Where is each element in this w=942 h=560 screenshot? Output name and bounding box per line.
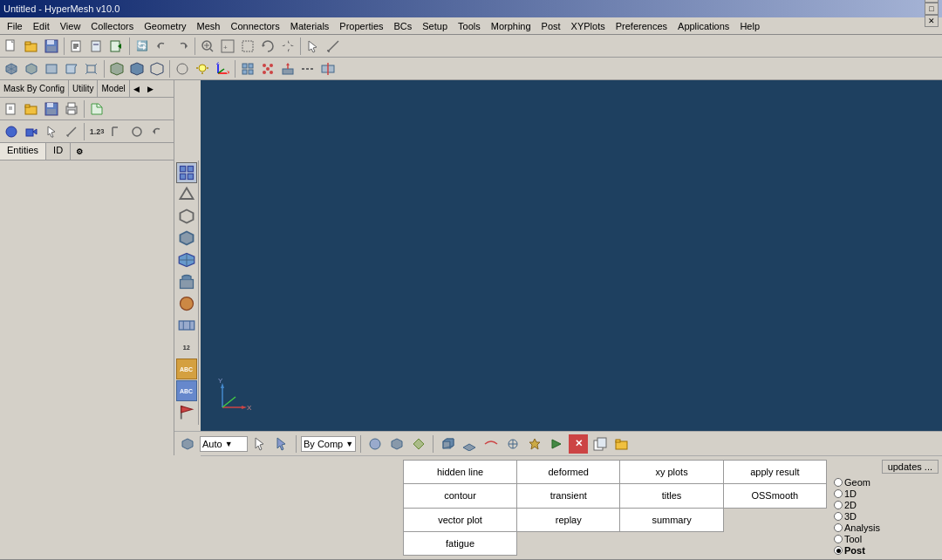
radio-row-analysis[interactable]: Analysis	[834, 522, 939, 533]
updates-button[interactable]: updates ...	[882, 460, 939, 474]
undo-button[interactable]	[153, 37, 172, 56]
menu-item-materials[interactable]: Materials	[285, 19, 335, 33]
post-btn-replay[interactable]: replay	[517, 508, 620, 531]
menu-item-morphing[interactable]: Morphing	[486, 19, 536, 33]
panel-arrow-right[interactable]: ▶	[144, 80, 158, 98]
post-btn-deformed[interactable]: deformed	[517, 461, 620, 484]
vb-anim-btn[interactable]	[547, 434, 566, 454]
tab-model[interactable]: Model	[98, 80, 129, 97]
color-button[interactable]	[173, 59, 192, 79]
radio-row-1d[interactable]: 1D	[834, 488, 939, 499]
menu-item-edit[interactable]: Edit	[28, 19, 55, 33]
panel-save-btn[interactable]	[42, 99, 61, 119]
radio-row-2d[interactable]: 2D	[834, 500, 939, 510]
run-button[interactable]	[107, 37, 126, 56]
maximize-button[interactable]: □	[925, 3, 939, 15]
transparent-view-button[interactable]	[147, 59, 167, 79]
vb-plane-btn[interactable]	[460, 434, 479, 454]
menu-item-file[interactable]: File	[2, 19, 28, 33]
marker-btn[interactable]	[107, 122, 126, 141]
vt-btn-3[interactable]	[176, 206, 197, 227]
vt-btn-abc1[interactable]: ABC	[176, 359, 197, 379]
vb-net-btn[interactable]	[481, 434, 501, 454]
radio-geom[interactable]	[834, 478, 843, 487]
panel-new-btn[interactable]	[2, 99, 21, 119]
vt-btn-6[interactable]	[176, 271, 197, 292]
menu-item-mesh[interactable]: Mesh	[192, 19, 226, 33]
vb-select2-btn[interactable]	[272, 434, 291, 454]
vt-btn-5[interactable]	[176, 249, 197, 270]
panel-script-btn[interactable]	[87, 99, 106, 119]
select-button[interactable]	[304, 37, 323, 56]
vb-cube-btn[interactable]	[438, 434, 457, 454]
tab-utility[interactable]: Utility	[69, 80, 98, 97]
cursor-btn[interactable]	[42, 122, 61, 141]
post-btn-fatigue[interactable]: fatigue	[404, 531, 517, 555]
color-mode-dropdown[interactable]: By Comp ▼	[301, 436, 356, 452]
radio-row-3d[interactable]: 3D	[834, 511, 939, 522]
element-normal-button[interactable]	[278, 59, 297, 79]
new-button[interactable]	[2, 37, 21, 56]
menu-item-applications[interactable]: Applications	[672, 19, 734, 33]
box-select-btn[interactable]	[22, 122, 41, 141]
vb-select-btn[interactable]	[250, 434, 270, 454]
post-btn-vector-plot[interactable]: vector plot	[404, 508, 517, 531]
import-button[interactable]	[67, 37, 86, 56]
vb-tensor-btn[interactable]	[503, 434, 522, 454]
undo-panel-btn[interactable]	[147, 122, 167, 141]
menu-item-preferences[interactable]: Preferences	[611, 19, 672, 33]
post-btn-transient[interactable]: transient	[517, 484, 620, 508]
vb-sphere-btn[interactable]	[365, 434, 385, 454]
save-button[interactable]	[42, 37, 61, 56]
vb-copy-btn[interactable]	[590, 434, 610, 454]
menu-item-collectors[interactable]: Collectors	[85, 19, 139, 33]
tab-entities[interactable]: Entities	[0, 143, 46, 160]
radio-post[interactable]	[834, 546, 843, 555]
menu-item-geometry[interactable]: Geometry	[139, 19, 191, 33]
rotate-button[interactable]: 🔄	[133, 37, 152, 56]
panel-arrow-left[interactable]: ◀	[130, 80, 144, 98]
pan-button[interactable]	[278, 37, 297, 56]
open-button[interactable]	[22, 37, 41, 56]
vt-btn-flag[interactable]	[176, 402, 197, 423]
entity-settings-btn[interactable]: ⚙	[72, 144, 87, 160]
menu-item-xyplots[interactable]: XYPlots	[566, 19, 611, 33]
vt-btn-9[interactable]: 12	[176, 337, 197, 358]
tab-mask-by-config[interactable]: Mask By Config	[0, 80, 69, 97]
post-btn-ossmooth[interactable]: OSSmooth	[723, 484, 826, 508]
post-btn-apply-result[interactable]: apply result	[723, 461, 826, 484]
vb-diamond-btn[interactable]	[409, 434, 428, 454]
post-btn-xyplots[interactable]: xy plots	[620, 461, 723, 484]
radio-tool[interactable]	[834, 535, 843, 543]
panel-open-btn[interactable]	[22, 99, 41, 119]
vt-btn-4[interactable]	[176, 228, 197, 249]
view-iso-button[interactable]	[2, 59, 21, 79]
radio-1d[interactable]	[834, 489, 843, 498]
measure-button[interactable]	[324, 37, 343, 56]
vb-delete-btn[interactable]: ✕	[569, 434, 588, 454]
radio-3d[interactable]	[834, 512, 843, 521]
view-right-button[interactable]	[62, 59, 81, 79]
num-display-btn[interactable]: 1.23	[87, 122, 106, 141]
vb-box-btn[interactable]	[387, 434, 406, 454]
zoom-in-button[interactable]: +	[218, 37, 237, 56]
menu-item-properties[interactable]: Properties	[334, 19, 388, 33]
radio-row-post[interactable]: Post	[834, 545, 939, 556]
axes-button[interactable]: ZX	[213, 59, 232, 79]
menu-item-view[interactable]: View	[55, 19, 86, 33]
menu-item-post[interactable]: Post	[536, 19, 566, 33]
circle-btn[interactable]	[127, 122, 147, 141]
close-button[interactable]: ✕	[925, 15, 939, 27]
export-button[interactable]	[87, 37, 106, 56]
menu-item-tools[interactable]: Tools	[453, 19, 486, 33]
panel-print-btn[interactable]	[62, 99, 81, 119]
vb-settings-btn[interactable]	[525, 434, 544, 454]
radio-row-geom[interactable]: Geom	[834, 477, 939, 488]
vt-btn-7[interactable]	[176, 293, 197, 314]
view-top-button[interactable]	[22, 59, 41, 79]
radio-analysis[interactable]	[834, 523, 843, 532]
radio-2d[interactable]	[834, 501, 843, 509]
rotate3d-button[interactable]	[258, 37, 277, 56]
viewport[interactable]: Y X	[201, 80, 942, 431]
radio-row-tool[interactable]: Tool	[834, 534, 939, 544]
